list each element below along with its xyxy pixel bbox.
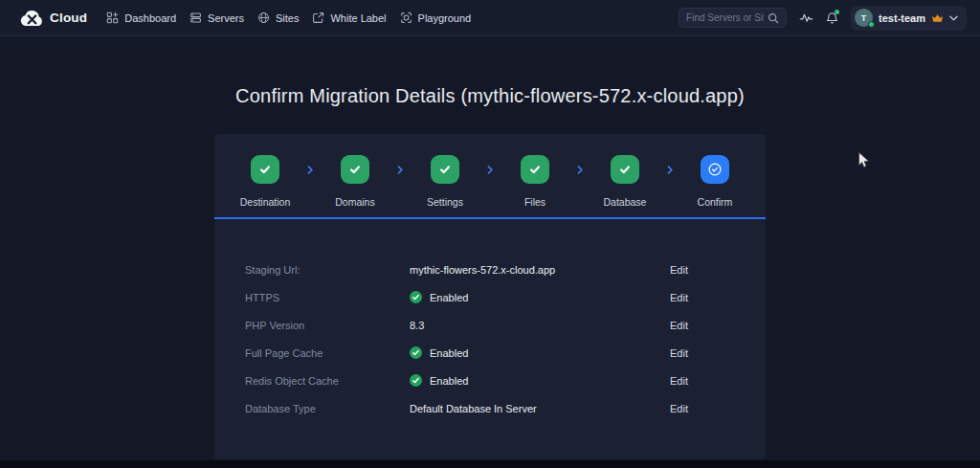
migration-stepper: DestinationDomainsSettingsFilesDatabaseC… <box>214 134 766 219</box>
main-content: Confirm Migration Details (mythic-flower… <box>0 36 980 460</box>
step-destination[interactable]: Destination <box>235 155 295 208</box>
team-name: test-team <box>879 12 925 24</box>
step-label: Database <box>604 196 647 208</box>
step-arrow-icon <box>577 166 584 174</box>
step-arrow-icon <box>397 166 404 174</box>
migration-details-list: Staging Url:mythic-flowers-572.x-cloud.a… <box>214 219 766 422</box>
detail-row: Redis Object CacheEnabledEdit <box>214 367 766 394</box>
edit-link[interactable]: Edit <box>670 347 735 359</box>
online-status-dot <box>868 21 875 28</box>
search-input[interactable] <box>686 12 764 23</box>
detail-label: Redis Object Cache <box>245 375 410 387</box>
step-arrow-icon <box>307 166 314 174</box>
avatar: T <box>855 9 873 27</box>
app-window: Cloud DashboardServersSitesWhite LabelPl… <box>0 0 980 460</box>
step-label: Destination <box>240 196 291 208</box>
nav-item-servers[interactable]: Servers <box>189 8 244 28</box>
notification-dot <box>835 10 839 14</box>
search-box[interactable] <box>679 8 787 28</box>
enabled-check-icon <box>410 374 422 387</box>
chevron-down-icon <box>949 15 958 21</box>
nav-item-label: Dashboard <box>124 12 176 24</box>
sites-icon <box>257 11 270 24</box>
step-confirm[interactable]: Confirm <box>685 155 745 208</box>
detail-row: HTTPSEnabledEdit <box>214 283 766 311</box>
detail-value: Default Database In Server <box>410 403 670 414</box>
detail-value: Enabled <box>410 374 670 387</box>
activity-icon[interactable] <box>799 12 813 24</box>
crown-icon <box>931 13 944 23</box>
user-menu[interactable]: T test-team <box>851 6 967 31</box>
detail-label: Staging Url: <box>245 264 410 276</box>
brand-name: Cloud <box>50 11 87 25</box>
nav-item-label: Sites <box>276 12 299 24</box>
detail-label: HTTPS <box>245 292 410 303</box>
detail-value-text: Enabled <box>430 347 468 359</box>
navbar-right: T test-team <box>679 6 967 31</box>
detail-label: Full Page Cache <box>245 347 410 359</box>
screen-bottom-edge <box>0 460 980 468</box>
detail-value: Enabled <box>410 291 670 303</box>
dashboard-icon <box>106 11 119 24</box>
brand-logo[interactable]: Cloud <box>19 9 87 28</box>
step-label: Settings <box>427 196 463 208</box>
nav-item-label: White Label <box>330 12 386 24</box>
nav-item-label: Servers <box>208 12 244 24</box>
detail-row: Staging Url:mythic-flowers-572.x-cloud.a… <box>214 256 766 283</box>
step-completed-check-icon <box>611 155 639 184</box>
enabled-check-icon <box>410 291 422 303</box>
detail-value: 8.3 <box>410 320 670 331</box>
step-label: Confirm <box>698 196 733 208</box>
detail-row: PHP Version8.3Edit <box>214 311 766 339</box>
detail-value-text: Enabled <box>430 292 468 303</box>
notifications-bell-icon[interactable] <box>826 11 838 25</box>
detail-value: Enabled <box>410 346 670 359</box>
playground-icon <box>400 11 412 24</box>
edit-link[interactable]: Edit <box>670 320 735 331</box>
nav-item-sites[interactable]: Sites <box>257 8 299 28</box>
step-settings[interactable]: Settings <box>415 155 475 208</box>
step-arrow-icon <box>487 166 494 174</box>
detail-value-text: 8.3 <box>410 320 424 331</box>
step-arrow-icon <box>667 166 674 174</box>
nav-item-playground[interactable]: Playground <box>400 8 472 28</box>
nav-item-white-label[interactable]: White Label <box>312 8 386 28</box>
page-title: Confirm Migration Details (mythic-flower… <box>0 82 980 109</box>
step-completed-check-icon <box>521 155 549 184</box>
nav-item-dashboard[interactable]: Dashboard <box>106 8 176 28</box>
detail-label: PHP Version <box>245 320 410 331</box>
detail-value-text: Enabled <box>430 375 468 387</box>
edit-link[interactable]: Edit <box>670 292 735 303</box>
edit-link[interactable]: Edit <box>670 403 735 414</box>
step-current-confirm-icon <box>701 155 729 184</box>
step-domains[interactable]: Domains <box>325 155 385 208</box>
detail-value: mythic-flowers-572.x-cloud.app <box>410 264 670 276</box>
step-completed-check-icon <box>251 155 279 184</box>
step-files[interactable]: Files <box>505 155 565 208</box>
detail-value-text: mythic-flowers-572.x-cloud.app <box>410 264 555 276</box>
step-completed-check-icon <box>341 155 369 184</box>
detail-row: Database TypeDefault Database In ServerE… <box>214 394 766 422</box>
search-icon[interactable] <box>768 12 779 24</box>
white-label-icon <box>312 11 324 24</box>
step-label: Domains <box>335 196 374 208</box>
top-navbar: Cloud DashboardServersSitesWhite LabelPl… <box>0 0 980 36</box>
step-database[interactable]: Database <box>595 155 655 208</box>
xcloud-logo-icon <box>19 9 45 28</box>
enabled-check-icon <box>410 346 422 359</box>
edit-link[interactable]: Edit <box>670 264 735 276</box>
step-label: Files <box>524 196 546 208</box>
servers-icon <box>189 11 202 24</box>
primary-nav: DashboardServersSitesWhite LabelPlaygrou… <box>106 8 471 28</box>
detail-value-text: Default Database In Server <box>410 403 537 414</box>
avatar-initial: T <box>861 13 867 23</box>
detail-row: Full Page CacheEnabledEdit <box>214 339 766 367</box>
detail-label: Database Type <box>245 403 410 414</box>
migration-confirm-card: DestinationDomainsSettingsFilesDatabaseC… <box>214 134 766 459</box>
edit-link[interactable]: Edit <box>670 375 735 387</box>
nav-item-label: Playground <box>418 12 472 24</box>
step-completed-check-icon <box>431 155 459 184</box>
